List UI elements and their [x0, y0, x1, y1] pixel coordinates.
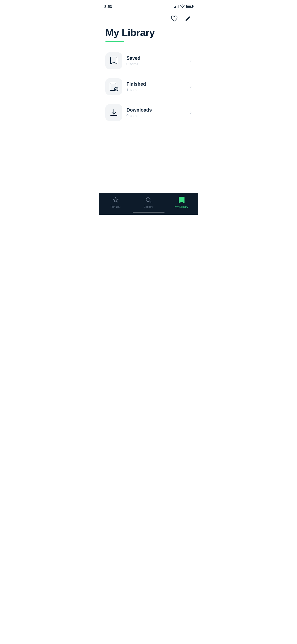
finished-item[interactable]: Finished 1 item ›	[104, 75, 193, 99]
for-you-icon-wrap	[112, 196, 119, 204]
explore-label: Explore	[144, 205, 153, 208]
downloads-text: Downloads 0 items	[126, 107, 186, 118]
finished-text: Finished 1 item	[126, 81, 186, 92]
heart-button[interactable]	[169, 14, 179, 23]
finished-icon-wrap	[105, 78, 122, 95]
saved-text: Saved 0 items	[126, 56, 186, 66]
page-title: My Library	[105, 27, 192, 39]
saved-icon-wrap	[105, 52, 122, 69]
explore-icon-wrap	[145, 196, 152, 204]
finished-title: Finished	[126, 81, 186, 87]
status-icons	[174, 5, 193, 8]
search-icon	[145, 197, 152, 204]
downloads-subtitle: 0 items	[126, 114, 186, 118]
finished-subtitle: 1 item	[126, 88, 186, 92]
finished-icon	[109, 82, 119, 91]
bottom-nav: For You Explore My Library	[99, 193, 198, 215]
saved-item[interactable]: Saved 0 items ›	[104, 49, 193, 73]
star-icon	[112, 197, 119, 204]
my-library-label: My Library	[175, 205, 188, 208]
marker-button[interactable]	[183, 14, 193, 23]
marker-icon	[184, 15, 192, 22]
svg-point-2	[146, 198, 150, 202]
saved-subtitle: 0 items	[126, 62, 186, 66]
for-you-label: For You	[111, 205, 121, 208]
downloads-icon-wrap	[105, 104, 122, 121]
nav-item-explore[interactable]: Explore	[138, 196, 159, 208]
saved-title: Saved	[126, 56, 186, 61]
header-actions	[99, 12, 198, 25]
bookmark-filled-icon	[179, 196, 185, 204]
home-indicator	[133, 212, 164, 213]
downloads-title: Downloads	[126, 107, 186, 113]
heart-icon	[171, 15, 178, 22]
status-bar: 8:53	[99, 0, 198, 12]
wifi-icon	[180, 5, 185, 8]
bookmark-icon	[110, 56, 118, 66]
battery-icon	[186, 5, 193, 8]
library-list: Saved 0 items › Finished 1 item ›	[99, 42, 198, 125]
saved-chevron: ›	[190, 58, 192, 63]
nav-item-my-library[interactable]: My Library	[171, 196, 192, 208]
nav-item-for-you[interactable]: For You	[105, 196, 126, 208]
my-library-icon-wrap	[178, 196, 185, 204]
downloads-item[interactable]: Downloads 0 items ›	[104, 100, 193, 125]
signal-icon	[174, 5, 179, 8]
status-time: 8:53	[104, 4, 112, 9]
downloads-chevron: ›	[190, 110, 192, 115]
page-header: My Library	[99, 25, 198, 42]
finished-chevron: ›	[190, 84, 192, 89]
download-icon	[110, 108, 118, 117]
